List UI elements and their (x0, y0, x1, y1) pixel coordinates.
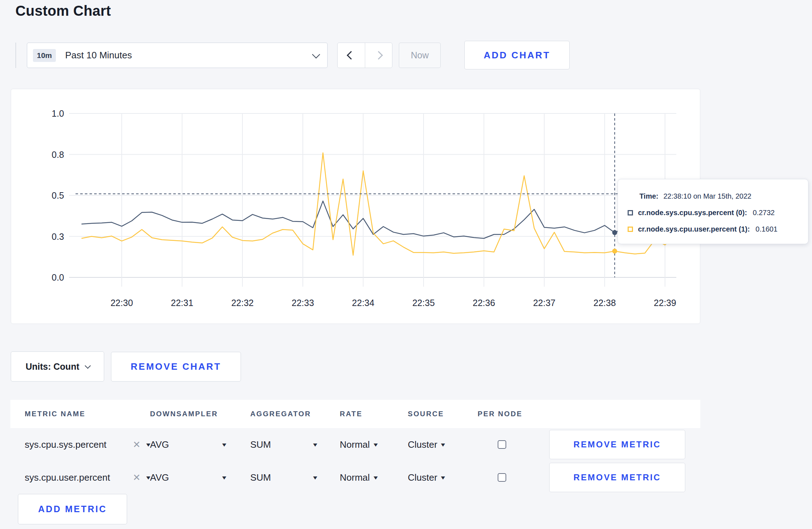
metrics-table-header: METRIC NAME DOWNSAMPLER AGGREGATOR RATE … (10, 400, 700, 428)
source-value: Cluster (408, 472, 437, 483)
metric-name-select[interactable]: sys.cpu.user.percent ✕ ▾ (25, 472, 150, 483)
svg-text:22:32: 22:32 (231, 298, 254, 308)
source-value: Cluster (408, 439, 437, 450)
time-forward-button[interactable] (365, 43, 392, 68)
remove-chart-button[interactable]: REMOVE CHART (111, 352, 241, 382)
caret-down-icon: ▾ (373, 474, 378, 481)
svg-text:0.0: 0.0 (52, 272, 64, 282)
series-user-legend-icon (628, 227, 633, 232)
header-source: SOURCE (408, 410, 478, 418)
downsampler-value: AVG (150, 439, 169, 450)
header-downsampler: DOWNSAMPLER (150, 410, 250, 418)
rate-value: Normal (340, 472, 370, 483)
svg-text:22:34: 22:34 (352, 298, 374, 308)
remove-metric-button[interactable]: REMOVE METRIC (549, 430, 685, 459)
metric-name-select[interactable]: sys.cpu.sys.percent ✕ ▾ (25, 439, 150, 450)
time-range-dropdown[interactable]: 10m Past 10 Minutes (27, 43, 328, 68)
svg-text:22:33: 22:33 (292, 298, 314, 308)
add-chart-button[interactable]: ADD CHART (464, 41, 570, 69)
metric-name-value: sys.cpu.sys.percent (25, 439, 133, 450)
rate-value: Normal (340, 439, 370, 450)
tooltip-series-row: cr.node.sys.cpu.user.percent (1): 0.1601 (628, 221, 801, 237)
remove-metric-button[interactable]: REMOVE METRIC (549, 463, 685, 492)
svg-text:22:30: 22:30 (111, 298, 133, 308)
remove-chart-label: REMOVE CHART (131, 361, 221, 372)
downsampler-select[interactable]: AVG ▾ (150, 439, 226, 450)
tooltip-series-label: cr.node.sys.cpu.sys.percent (0): (638, 209, 747, 217)
rate-select[interactable]: Normal ▾ (340, 472, 377, 483)
svg-text:22:31: 22:31 (171, 298, 193, 308)
tooltip-series-row: cr.node.sys.cpu.sys.percent (0): 0.2732 (628, 204, 801, 221)
per-node-checkbox[interactable] (498, 473, 506, 482)
downsampler-select[interactable]: AVG ▾ (150, 472, 226, 483)
aggregator-value: SUM (250, 439, 271, 450)
tooltip-time-row: Time: 22:38:10 on Mar 15th, 2022 (628, 188, 801, 204)
svg-text:1.0: 1.0 (52, 108, 64, 118)
time-back-button[interactable] (338, 43, 365, 68)
time-nav-group (337, 43, 392, 68)
rate-select[interactable]: Normal ▾ (340, 439, 377, 450)
clear-metric-icon[interactable]: ✕ (133, 472, 141, 483)
table-row: sys.cpu.user.percent ✕ ▾ AVG ▾ SUM ▾ Nor… (10, 461, 700, 494)
chart-canvas[interactable]: 0.00.30.50.81.022:3022:3122:3222:3322:34… (11, 89, 700, 324)
now-button-label: Now (411, 50, 429, 60)
toolbar-divider (15, 43, 16, 68)
aggregator-select[interactable]: SUM ▾ (250, 439, 317, 450)
svg-text:22:37: 22:37 (533, 298, 556, 308)
tooltip-series-label: cr.node.sys.cpu.user.percent (1): (638, 225, 750, 233)
svg-text:22:35: 22:35 (412, 298, 435, 308)
header-rate: RATE (340, 410, 408, 418)
aggregator-select[interactable]: SUM ▾ (250, 472, 317, 483)
clear-metric-icon[interactable]: ✕ (133, 439, 141, 450)
header-aggregator: AGGREGATOR (250, 410, 340, 418)
now-button[interactable]: Now (399, 43, 441, 68)
units-dropdown[interactable]: Units: Count (11, 351, 104, 382)
add-metric-label: ADD METRIC (38, 504, 107, 514)
tooltip-time-label: Time: (639, 192, 658, 200)
chevron-down-icon (312, 50, 320, 58)
caret-down-icon: ▾ (373, 441, 378, 448)
chevron-left-icon (347, 51, 356, 59)
caret-down-icon: ▾ (146, 441, 151, 448)
metric-name-value: sys.cpu.user.percent (25, 472, 133, 483)
chart-hover-tooltip: Time: 22:38:10 on Mar 15th, 2022 cr.node… (618, 179, 808, 244)
svg-text:22:39: 22:39 (654, 298, 676, 308)
table-row: sys.cpu.sys.percent ✕ ▾ AVG ▾ SUM ▾ Norm… (10, 428, 700, 461)
source-select[interactable]: Cluster ▾ (408, 472, 445, 483)
svg-text:0.8: 0.8 (52, 150, 64, 160)
chart-card: 0.00.30.50.81.022:3022:3122:3222:3322:34… (11, 89, 700, 324)
add-metric-button[interactable]: ADD METRIC (18, 494, 127, 524)
svg-text:0.5: 0.5 (52, 190, 64, 200)
page-title: Custom Chart (15, 3, 111, 19)
caret-down-icon: ▾ (441, 441, 445, 448)
header-metric-name: METRIC NAME (10, 410, 150, 418)
tooltip-time-value: 22:38:10 on Mar 15th, 2022 (663, 192, 751, 200)
chevron-down-icon (85, 363, 91, 369)
remove-metric-label: REMOVE METRIC (574, 440, 661, 450)
caret-down-icon: ▾ (313, 474, 318, 481)
time-range-badge: 10m (33, 49, 56, 62)
svg-text:22:36: 22:36 (473, 298, 495, 308)
per-node-checkbox[interactable] (498, 440, 506, 449)
caret-down-icon: ▾ (222, 441, 227, 448)
units-label: Units: Count (26, 361, 79, 372)
tooltip-series-value: 0.1601 (755, 225, 777, 233)
time-range-label: Past 10 Minutes (65, 50, 312, 61)
aggregator-value: SUM (250, 472, 271, 483)
caret-down-icon: ▾ (222, 474, 227, 481)
downsampler-value: AVG (150, 472, 169, 483)
remove-metric-label: REMOVE METRIC (574, 472, 661, 482)
caret-down-icon: ▾ (313, 441, 318, 448)
chevron-right-icon (374, 51, 383, 59)
svg-text:0.3: 0.3 (52, 232, 64, 242)
caret-down-icon: ▾ (146, 474, 151, 481)
series-sys-legend-icon (628, 210, 633, 215)
caret-down-icon: ▾ (441, 474, 445, 481)
tooltip-series-value: 0.2732 (753, 209, 775, 217)
source-select[interactable]: Cluster ▾ (408, 439, 445, 450)
header-per-node: PER NODE (478, 410, 549, 418)
add-chart-label: ADD CHART (484, 50, 550, 61)
svg-text:22:38: 22:38 (594, 298, 616, 308)
